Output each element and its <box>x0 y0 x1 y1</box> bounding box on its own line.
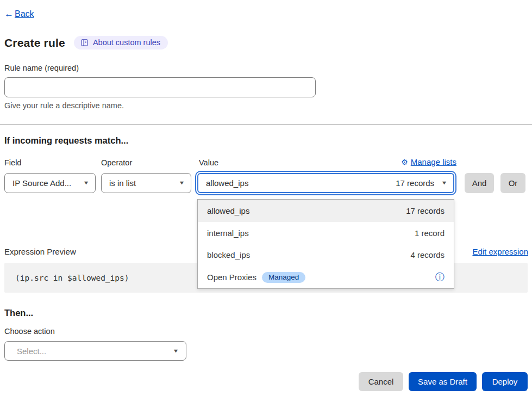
list-item-name: blocked_ips <box>207 250 250 259</box>
chevron-down-icon: ▼ <box>83 181 90 185</box>
expression-code: (ip.src in $allowed_ips) <box>15 274 129 282</box>
chevron-down-icon: ▼ <box>441 181 448 185</box>
about-custom-rules-label: About custom rules <box>93 38 160 47</box>
list-item-record-count: 1 record <box>415 228 445 238</box>
title-row: Create rule About custom rules <box>4 36 168 50</box>
about-custom-rules-link[interactable]: About custom rules <box>74 36 168 50</box>
managed-badge: Managed <box>262 272 305 283</box>
rule-name-helper: Give your rule a descriptive name. <box>4 101 124 110</box>
then-section-heading: Then... <box>4 308 33 318</box>
manage-lists-link[interactable]: ⚙ Manage lists <box>197 157 456 166</box>
field-label: Field <box>4 158 21 167</box>
cancel-button[interactable]: Cancel <box>359 372 403 391</box>
manage-lists-label: Manage lists <box>411 157 456 166</box>
deploy-button[interactable]: Deploy <box>482 372 528 391</box>
action-select[interactable]: Select... ▼ <box>4 341 186 361</box>
choose-action-label: Choose action <box>4 327 55 336</box>
list-item-allowed-ips[interactable]: allowed_ips 17 records <box>198 200 454 222</box>
value-select-record-count: 17 records <box>396 178 434 188</box>
list-item-record-count: 4 records <box>410 250 445 259</box>
list-item-internal-ips[interactable]: internal_ips 1 record <box>198 222 454 244</box>
value-select-value: allowed_ips <box>206 178 248 188</box>
rule-name-input[interactable] <box>4 77 316 97</box>
create-rule-page: ←Back Create rule About custom rules Rul… <box>0 0 532 402</box>
book-icon <box>80 39 89 47</box>
info-icon[interactable]: ⓘ <box>435 273 445 282</box>
list-item-name: Open Proxies <box>207 273 256 282</box>
and-button[interactable]: And <box>465 173 494 193</box>
gear-icon: ⚙ <box>401 158 408 166</box>
match-section-heading: If incoming requests match... <box>4 135 128 146</box>
rule-name-label: Rule name (required) <box>4 64 79 72</box>
list-item-name: allowed_ips <box>207 206 249 215</box>
edit-expression-link[interactable]: Edit expression <box>472 247 528 256</box>
list-item-open-proxies[interactable]: Open Proxies Managed ⓘ <box>198 266 454 288</box>
list-item-name: internal_ips <box>207 228 249 238</box>
back-link[interactable]: ←Back <box>4 9 34 20</box>
back-link-label: Back <box>15 9 34 19</box>
chevron-down-icon: ▼ <box>179 181 185 185</box>
operator-select[interactable]: is in list ▼ <box>101 173 191 193</box>
chevron-down-icon: ▼ <box>173 349 179 354</box>
save-as-draft-button[interactable]: Save as Draft <box>409 372 477 391</box>
operator-select-value: is in list <box>109 178 136 188</box>
list-item-blocked-ips[interactable]: blocked_ips 4 records <box>198 244 454 267</box>
page-title: Create rule <box>4 36 65 50</box>
field-select[interactable]: IP Source Add... ▼ <box>4 173 96 193</box>
value-select[interactable]: allowed_ips 17 records ▼ <box>197 173 454 193</box>
operator-label: Operator <box>101 158 132 167</box>
or-button[interactable]: Or <box>500 173 525 193</box>
back-arrow-icon: ← <box>4 9 14 20</box>
expression-preview-label: Expression Preview <box>4 247 76 256</box>
action-select-placeholder: Select... <box>17 347 46 356</box>
list-item-record-count: 17 records <box>406 206 445 215</box>
section-divider <box>0 124 532 125</box>
field-select-value: IP Source Add... <box>12 178 71 188</box>
list-dropdown: allowed_ips 17 records internal_ips 1 re… <box>197 199 454 289</box>
